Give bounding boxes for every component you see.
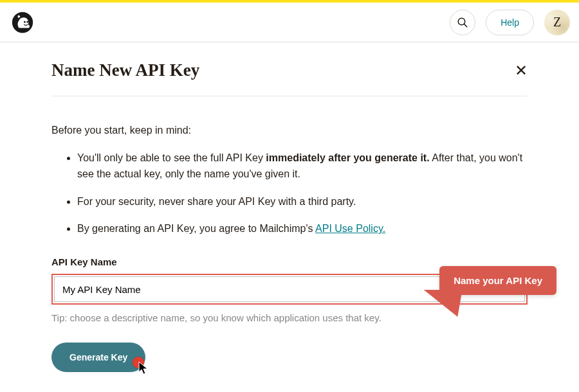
avatar-letter: Z (553, 15, 561, 30)
search-icon (457, 17, 468, 28)
svg-line-4 (464, 24, 467, 26)
intro-text: Before you start, keep in mind: (51, 125, 528, 136)
header-actions: Help Z (450, 10, 570, 35)
callout-text: Name your API Key (454, 275, 542, 286)
mailchimp-logo[interactable] (12, 12, 33, 33)
bullet-text: You'll only be able to see the full API … (77, 152, 266, 163)
help-button[interactable]: Help (486, 10, 534, 35)
bullet-text-bold: immediately after you generate it. (266, 152, 429, 163)
api-use-policy-link[interactable]: API Use Policy. (315, 223, 385, 234)
app-header: Help Z (0, 3, 579, 42)
list-item: For your security, never share your API … (77, 194, 528, 210)
annotation-callout: Name your API Key (439, 266, 556, 295)
callout-tail (419, 290, 462, 317)
page-header: Name New API Key ✕ (51, 42, 528, 96)
avatar[interactable]: Z (544, 10, 570, 35)
list-item: By generating an API Key, you agree to M… (77, 221, 528, 237)
bullet-text: By generating an API Key, you agree to M… (77, 223, 315, 234)
info-list: You'll only be able to see the full API … (51, 150, 528, 237)
generate-key-button[interactable]: Generate Key (51, 343, 145, 372)
help-label: Help (501, 17, 519, 28)
freddie-icon (12, 12, 33, 33)
page-title: Name New API Key (51, 60, 199, 80)
search-button[interactable] (450, 10, 475, 35)
annotation-click-marker (133, 357, 144, 368)
page-content: Before you start, keep in mind: You'll o… (51, 96, 528, 372)
page-body: Name New API Key ✕ Before you start, kee… (0, 42, 579, 372)
close-icon[interactable]: ✕ (515, 63, 528, 78)
svg-point-2 (26, 21, 28, 22)
generate-key-label: Generate Key (69, 352, 127, 362)
svg-point-1 (24, 21, 26, 22)
list-item: You'll only be able to see the full API … (77, 150, 528, 183)
